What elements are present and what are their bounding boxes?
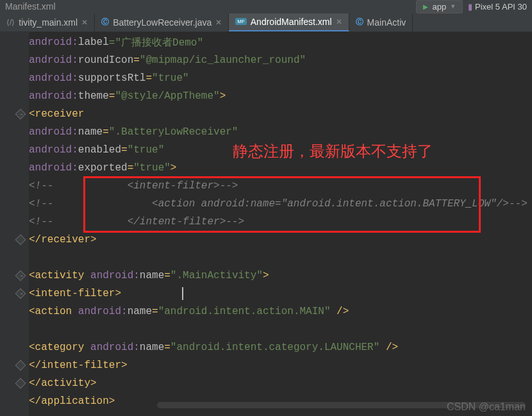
- close-icon[interactable]: ✕: [215, 18, 222, 27]
- fold-marker-icon[interactable]: [15, 235, 26, 245]
- title-bar: Manifest.xml ▶ app ▼ ▮ Pixel 5 API 30: [0, 0, 532, 13]
- tab-batterylowreceiver[interactable]: Ⓒ BatteryLowReceiver.java ✕: [95, 13, 229, 31]
- phone-icon: ▮: [468, 2, 472, 12]
- editor: android:label="广播接收者Demo" android:roundI…: [0, 32, 532, 416]
- tab-activity-main[interactable]: ⟨/⟩ tivity_main.xml ✕: [0, 13, 95, 31]
- java-class-icon: Ⓒ: [356, 17, 363, 28]
- tab-label: MainActiv: [367, 17, 406, 28]
- close-icon[interactable]: ✕: [336, 17, 342, 26]
- tab-label: BatteryLowReceiver.java: [113, 17, 212, 28]
- close-icon[interactable]: ✕: [81, 18, 88, 27]
- annotation-box: [83, 176, 481, 233]
- text-cursor: [182, 287, 183, 300]
- run-config-label: app: [432, 2, 446, 12]
- tab-androidmanifest[interactable]: MF AndroidManifest.xml ✕: [229, 13, 349, 31]
- tab-label: tivity_main.xml: [19, 17, 78, 28]
- fold-marker-icon[interactable]: [15, 378, 26, 389]
- xml-file-icon: ⟨/⟩: [6, 18, 15, 27]
- manifest-file-icon: MF: [235, 18, 247, 25]
- run-config-selector[interactable]: ▶ app ▼: [416, 0, 463, 13]
- tab-label: AndroidManifest.xml: [251, 17, 332, 27]
- gutter: [0, 32, 29, 416]
- window-title: Manifest.xml: [5, 1, 56, 12]
- code-text: android:: [29, 37, 78, 48]
- fold-marker-icon[interactable]: [15, 109, 26, 120]
- fold-marker-icon[interactable]: [15, 360, 26, 371]
- java-class-icon: Ⓒ: [101, 17, 109, 28]
- chevron-down-icon: ▼: [450, 3, 456, 10]
- code-area[interactable]: android:label="广播接收者Demo" android:roundI…: [29, 32, 532, 416]
- watermark: CSDN @ca1man: [447, 401, 526, 413]
- tab-mainactivity[interactable]: Ⓒ MainActiv: [349, 13, 413, 31]
- play-icon: ▶: [423, 3, 428, 10]
- device-label: Pixel 5 API 30: [475, 2, 527, 12]
- fold-marker-icon[interactable]: [15, 288, 26, 299]
- editor-tabs: ⟨/⟩ tivity_main.xml ✕ Ⓒ BatteryLowReceiv…: [0, 13, 532, 32]
- annotation-text: 静态注册，最新版本不支持了: [233, 141, 433, 162]
- toolbar-right: ▶ app ▼ ▮ Pixel 5 API 30: [416, 0, 527, 13]
- device-selector[interactable]: ▮ Pixel 5 API 30: [468, 2, 527, 12]
- fold-marker-icon[interactable]: [15, 270, 26, 281]
